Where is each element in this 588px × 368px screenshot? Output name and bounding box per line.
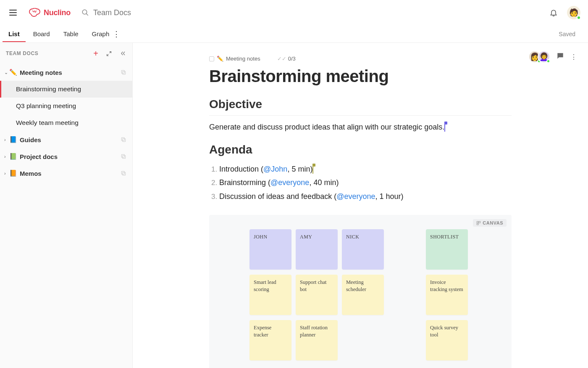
breadcrumb-emoji: ✏️ (217, 56, 223, 62)
sidebar-item-meeting-notes[interactable]: ⌄ ✏️ Meeting notes (0, 64, 132, 81)
collection-icon (121, 69, 126, 75)
svg-rect-5 (121, 138, 124, 140)
view-tab-table[interactable]: Table (62, 26, 80, 42)
search-icon (81, 9, 89, 16)
doc-more-icon[interactable]: ⋮ (570, 53, 577, 61)
mention[interactable]: @John (263, 165, 287, 173)
notifications-icon[interactable] (549, 8, 558, 17)
logo-text: Nuclino (44, 8, 71, 17)
svg-line-1 (86, 13, 88, 16)
collaborator-avatars[interactable]: 👩 👩‍🦱 (528, 50, 550, 63)
canvas-card[interactable]: Support chat bot (296, 275, 338, 315)
save-status: Saved (559, 31, 575, 37)
app-logo[interactable]: Nuclino (29, 8, 71, 17)
sidebar-item-project-docs[interactable]: › 📗 Project docs (0, 148, 132, 165)
agenda-heading[interactable]: Agenda (209, 143, 512, 156)
view-tab-list[interactable]: List (7, 26, 21, 42)
svg-rect-11 (479, 221, 480, 223)
chevron-right-icon: › (4, 137, 8, 142)
sidebar: TEAM DOCS + ⌄ ✏️ Meeting notes Brainstor… (0, 43, 133, 368)
objective-text[interactable]: Generate and discuss product ideas that … (209, 122, 512, 133)
agenda-item[interactable]: Brainstorming (@everyone, 40 min) (219, 176, 512, 189)
canvas-header-card[interactable]: JOHN (249, 229, 291, 270)
canvas-card[interactable]: Meeting scheduler (342, 275, 384, 315)
canvas-header-card[interactable]: NICK (342, 229, 384, 270)
page-icon (209, 56, 214, 61)
mention[interactable]: @everyone (336, 192, 375, 201)
canvas-card[interactable]: Invoice tracking system (426, 275, 468, 315)
view-tab-graph[interactable]: Graph (90, 26, 111, 42)
canvas-card[interactable]: Quick survey tool (426, 320, 468, 360)
check-icon: ✓✓ (277, 56, 286, 62)
canvas-block[interactable]: CANVAS JOHNSmart lead scoringExpense tra… (209, 215, 512, 368)
objective-heading[interactable]: Objective (209, 98, 512, 111)
canvas-card[interactable]: Staff rotation planner (296, 320, 338, 360)
collection-icon (121, 137, 126, 143)
sidebar-item-guides[interactable]: › 📘 Guides (0, 131, 132, 148)
canvas-card[interactable]: Expense tracker (249, 320, 291, 360)
svg-rect-10 (477, 221, 479, 223)
canvas-header-card[interactable]: SHORTLIST (426, 229, 468, 270)
collapse-sidebar-icon[interactable] (120, 50, 126, 56)
agenda-item[interactable]: Discussion of ideas and feedback (@every… (219, 190, 512, 203)
workspace-label: TEAM DOCS (6, 50, 38, 56)
canvas-card[interactable]: Smart lead scoring (249, 275, 291, 315)
sidebar-page-brainstorming-meeting[interactable]: Brainstorming meeting (0, 81, 132, 98)
sidebar-item-memos[interactable]: › 📙 Memos (0, 165, 132, 182)
user-avatar[interactable]: 🧑 (567, 6, 580, 19)
page-title[interactable]: Brainstorming meeting (209, 67, 512, 86)
search-input-wrap[interactable] (81, 8, 549, 17)
agenda-item[interactable]: Introduction (@John, 5 min) (219, 162, 512, 176)
brain-icon (29, 8, 41, 17)
expand-icon[interactable] (106, 50, 112, 57)
svg-rect-3 (121, 70, 124, 73)
svg-rect-12 (477, 223, 479, 225)
presence-indicator (577, 16, 581, 20)
sidebar-page-weekly-team-meeting[interactable]: Weekly team meeting (0, 114, 132, 131)
canvas-badge: CANVAS (473, 219, 507, 227)
svg-rect-4 (123, 139, 126, 142)
collab-cursor-purple (444, 123, 445, 132)
views-more-icon[interactable]: ⋮ (113, 30, 120, 38)
chevron-right-icon: › (4, 154, 8, 159)
breadcrumb-label: Meeting notes (226, 56, 260, 62)
collab-cursor-olive (312, 165, 313, 174)
collection-icon (121, 154, 126, 159)
collection-icon (121, 170, 126, 176)
svg-rect-7 (121, 154, 124, 157)
search-input[interactable] (93, 8, 191, 17)
mention[interactable]: @everyone (270, 178, 309, 187)
svg-rect-8 (123, 172, 126, 175)
svg-rect-9 (121, 171, 124, 174)
comments-icon[interactable] (556, 52, 564, 62)
sidebar-page-q3-planning-meeting[interactable]: Q3 planning meeting (0, 98, 132, 114)
view-tab-board[interactable]: Board (32, 26, 52, 42)
svg-point-0 (82, 10, 87, 14)
chevron-down-icon: ⌄ (4, 70, 8, 75)
breadcrumb[interactable]: ✏️ Meeting notes (209, 56, 260, 62)
add-item-button[interactable]: + (93, 49, 98, 58)
svg-rect-2 (123, 71, 126, 74)
chevron-right-icon: › (4, 171, 8, 176)
agenda-list[interactable]: Introduction (@John, 5 min)Brainstorming… (219, 162, 512, 203)
canvas-header-card[interactable]: AMY (296, 229, 338, 270)
tasks-counter[interactable]: ✓✓0/3 (277, 56, 296, 62)
menu-button[interactable] (9, 7, 20, 18)
svg-rect-6 (123, 156, 126, 159)
